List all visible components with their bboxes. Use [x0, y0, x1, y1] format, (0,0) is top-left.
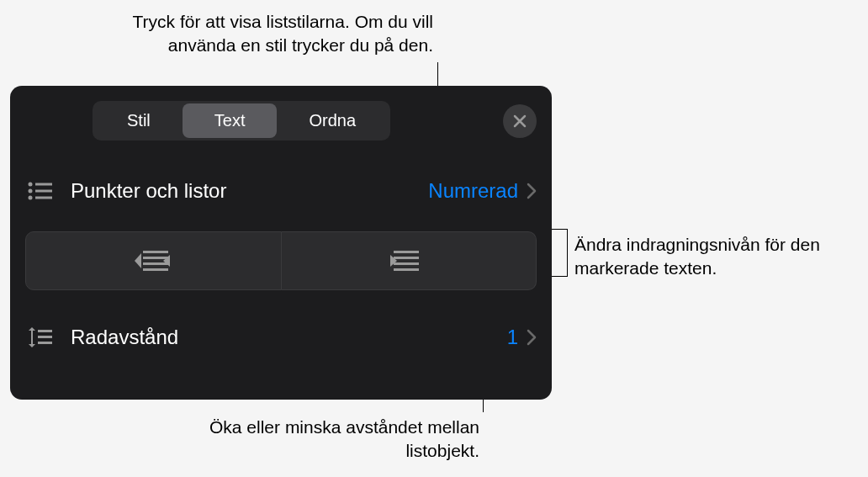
svg-rect-11 — [394, 257, 419, 259]
svg-point-0 — [29, 183, 33, 187]
close-icon — [513, 114, 527, 128]
line-spacing-value: 1 — [507, 326, 518, 349]
bullets-and-lists-row[interactable]: Punkter och listor Numrerad — [25, 159, 537, 223]
close-button[interactable] — [503, 104, 537, 138]
indent-button[interactable] — [282, 231, 537, 290]
svg-rect-16 — [38, 336, 52, 338]
svg-rect-13 — [394, 268, 419, 271]
bullets-list-icon — [25, 176, 56, 206]
chevron-right-icon — [527, 183, 537, 199]
callout-indent: Ändra indragningsnivån för den markerade… — [574, 233, 860, 281]
outdent-button[interactable] — [25, 231, 282, 290]
callout-line — [552, 229, 567, 230]
svg-rect-1 — [35, 183, 52, 186]
outdent-icon — [135, 248, 172, 273]
segments-container: Stil Text Ordna — [93, 101, 390, 140]
line-spacing-icon — [25, 322, 56, 352]
line-spacing-row[interactable]: Radavstånd 1 — [25, 305, 537, 369]
svg-rect-15 — [38, 330, 52, 332]
tab-style[interactable]: Stil — [95, 103, 183, 138]
callout-list-styles: Tryck för att visa liststilarna. Om du v… — [80, 10, 433, 58]
svg-rect-14 — [31, 330, 33, 345]
bullets-lists-value: Numrerad — [428, 179, 518, 203]
svg-point-4 — [29, 196, 33, 200]
tab-text[interactable]: Text — [183, 103, 278, 138]
callout-line — [567, 229, 568, 277]
svg-rect-9 — [143, 268, 168, 271]
chevron-right-icon — [527, 329, 537, 346]
callout-spacing: Öka eller minska avståndet mellan listob… — [193, 416, 479, 464]
svg-rect-7 — [143, 257, 168, 259]
svg-rect-17 — [38, 342, 52, 344]
bullets-lists-label: Punkter och listor — [71, 179, 428, 203]
svg-rect-10 — [394, 251, 419, 253]
callout-line — [552, 276, 567, 277]
svg-rect-5 — [35, 197, 52, 199]
svg-rect-8 — [143, 262, 168, 265]
indent-buttons — [25, 231, 537, 290]
segmented-control: Stil Text Ordna — [25, 101, 537, 140]
format-panel: Stil Text Ordna Punkter och listor Numre… — [10, 86, 552, 400]
svg-rect-6 — [143, 251, 168, 253]
tab-arrange[interactable]: Ordna — [277, 103, 388, 138]
svg-point-2 — [29, 189, 33, 193]
svg-rect-12 — [394, 262, 419, 265]
svg-rect-3 — [35, 190, 52, 193]
line-spacing-label: Radavstånd — [71, 326, 507, 349]
indent-icon — [390, 248, 427, 273]
